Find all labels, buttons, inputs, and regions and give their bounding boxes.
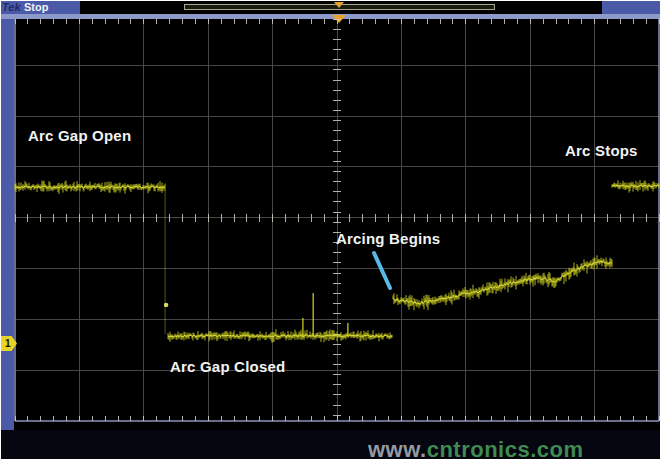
watermark-prefix: www. <box>368 437 427 461</box>
graticule-and-waveform <box>0 0 662 461</box>
annotation-arcing-begins: Arcing Begins <box>336 230 440 247</box>
annotation-arc-gap-closed: Arc Gap Closed <box>170 358 285 375</box>
oscilloscope-screen: Tek Stop 1 Arc Gap OpenArc StopsArcing B… <box>0 0 662 461</box>
photo-border-top <box>0 0 662 1</box>
annotation-arc-gap-open: Arc Gap Open <box>28 127 131 144</box>
arcing-begins-pointer <box>374 253 390 288</box>
watermark: www.cntronics.com <box>368 437 584 461</box>
photo-border-left <box>0 0 1 461</box>
watermark-domain: cntronics.com <box>427 437 584 461</box>
channel1-marker-number: 1 <box>5 338 11 349</box>
annotation-arc-stops: Arc Stops <box>565 142 638 159</box>
